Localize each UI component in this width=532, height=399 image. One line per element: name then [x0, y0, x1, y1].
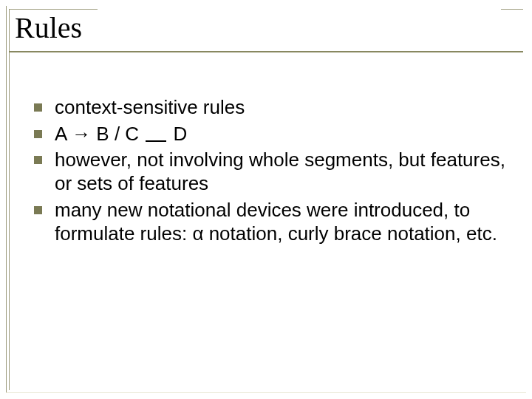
frame-line-bottom — [6, 392, 526, 393]
bullet-text: however, not involving whole segments, b… — [55, 149, 505, 194]
environment-blank-icon — [146, 140, 166, 142]
bullet-text-prefix: A → B / C — [55, 123, 144, 145]
bullet-list: context-sensitive rules A → B / C D howe… — [30, 96, 510, 245]
slide: Rules context-sensitive rules A → B / C … — [0, 0, 532, 399]
body-area: context-sensitive rules A → B / C D howe… — [30, 96, 510, 248]
list-item: many new notational devices were introdu… — [30, 199, 510, 245]
slide-title: Rules — [15, 10, 517, 45]
title-underline — [9, 51, 523, 52]
frame-line-left-inner — [9, 9, 10, 390]
list-item: A → B / C D — [30, 123, 510, 146]
title-area: Rules — [15, 10, 517, 52]
list-item: however, not involving whole segments, b… — [30, 149, 510, 195]
bullet-text: context-sensitive rules — [55, 96, 245, 118]
frame-line-top-right — [501, 9, 523, 10]
frame-line-left-outer — [6, 6, 7, 393]
bullet-text-suffix: D — [168, 123, 187, 145]
bullet-text: many new notational devices were introdu… — [55, 199, 497, 245]
frame-line-top-left — [9, 9, 98, 10]
list-item: context-sensitive rules — [30, 96, 510, 120]
